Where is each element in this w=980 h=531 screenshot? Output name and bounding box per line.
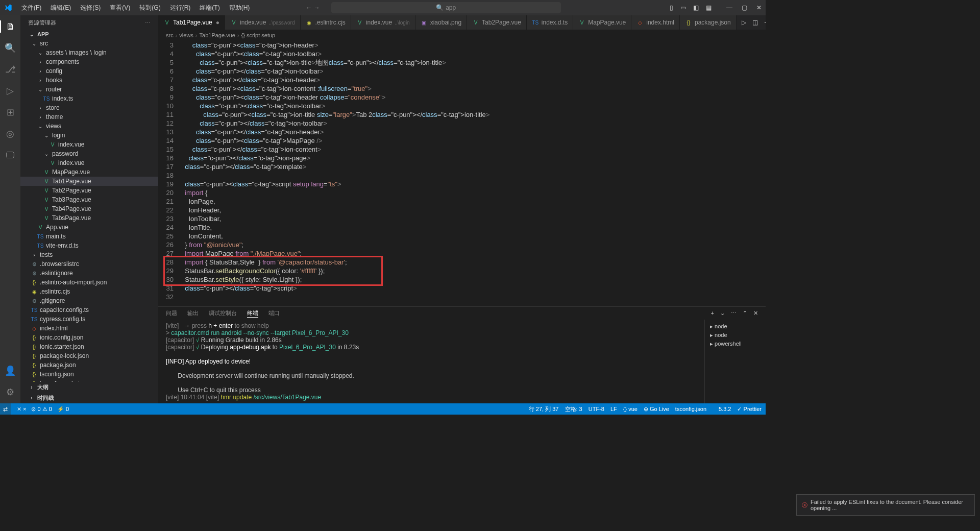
tree-item[interactable]: ›theme xyxy=(20,112,158,122)
panel-tab[interactable]: 问题 xyxy=(166,309,177,317)
tree-item[interactable]: TSmain.ts xyxy=(20,232,158,241)
close-button[interactable]: ✕ xyxy=(756,4,762,11)
timeline-section[interactable]: ›时间线 xyxy=(20,393,158,403)
split-button[interactable]: ◫ xyxy=(752,19,758,26)
tree-item[interactable]: ⌄views xyxy=(20,122,158,131)
tree-item[interactable]: {}package-lock.json xyxy=(20,351,158,360)
tree-item[interactable]: {}package.json xyxy=(20,360,158,370)
add-terminal-icon[interactable]: + xyxy=(711,310,714,317)
minimap[interactable] xyxy=(725,41,766,306)
run-button[interactable]: ▷ xyxy=(742,19,746,26)
editor-tab[interactable]: ◇index.html xyxy=(631,15,680,30)
tree-item[interactable]: ⚙.gitignore xyxy=(20,296,158,305)
editor-tab[interactable]: ▣xiaobai.png xyxy=(415,15,467,30)
project-title[interactable]: ⌄APP xyxy=(20,30,158,39)
tree-item[interactable]: {}.eslintrc-auto-import.json xyxy=(20,278,158,287)
status-item[interactable]: ⨯ × xyxy=(17,406,26,413)
tree-item[interactable]: {}ionic.starter.json xyxy=(20,342,158,351)
tree-item[interactable]: {}ionic.config.json xyxy=(20,333,158,342)
editor-tab[interactable]: ◉.eslintrc.cjs xyxy=(301,15,351,30)
editor-tab[interactable]: TSindex.d.ts xyxy=(527,15,573,30)
tree-item[interactable]: ⌄assets \ images \ login xyxy=(20,48,158,57)
tree-item[interactable]: ⚙.eslintignore xyxy=(20,269,158,278)
ionic-icon[interactable]: ◎ xyxy=(4,128,16,140)
minimize-button[interactable]: — xyxy=(726,4,732,11)
menu-item[interactable]: 编辑(E) xyxy=(46,2,75,14)
status-item[interactable]: UTF-8 xyxy=(589,406,604,412)
more-icon[interactable]: ⋯ xyxy=(145,19,151,26)
more-icon[interactable]: ⋯ xyxy=(731,310,737,317)
tree-item[interactable]: Vindex.vue xyxy=(20,140,158,149)
tree-item[interactable]: ›config xyxy=(20,66,158,76)
scm-icon[interactable]: ⎇ xyxy=(4,63,16,76)
editor-tab[interactable]: VTab1Page.vue● xyxy=(158,15,225,30)
terminal-instance[interactable]: ▸ node xyxy=(707,322,763,331)
editor-tab[interactable]: Vindex.vue..\password xyxy=(225,15,301,30)
panel-tab[interactable]: 终端 xyxy=(247,309,258,318)
nav-arrows[interactable]: ← → xyxy=(306,4,320,11)
editor-tab[interactable]: {}package.json xyxy=(680,15,737,30)
settings-icon[interactable]: ⚙ xyxy=(4,386,16,398)
breadcrumb[interactable]: src ›views ›Tab1Page.vue ›{} script setu… xyxy=(158,30,766,41)
explorer-icon[interactable]: 🗎 xyxy=(0,20,20,33)
tree-item[interactable]: TScypress.config.ts xyxy=(20,315,158,324)
menu-item[interactable]: 终端(T) xyxy=(195,2,224,14)
tree-item[interactable]: ›tests xyxy=(20,250,158,259)
remote-button[interactable]: ⇄ xyxy=(0,403,11,415)
tree-item[interactable]: Vindex.vue xyxy=(20,158,158,167)
tree-item[interactable]: ◉.eslintrc.cjs xyxy=(20,287,158,296)
editor-tab[interactable]: VMapPage.vue xyxy=(573,15,631,30)
tree-item[interactable]: ›store xyxy=(20,103,158,112)
menu-item[interactable]: 运行(R) xyxy=(166,2,195,14)
tree-item[interactable]: TSvite-env.d.ts xyxy=(20,241,158,250)
tree-item[interactable]: TScapacitor.config.ts xyxy=(20,305,158,315)
dropdown-icon[interactable]: ⌄ xyxy=(720,310,725,317)
run-icon[interactable]: ▷ xyxy=(4,85,16,97)
terminal-instance[interactable]: ▸ powershell xyxy=(707,340,763,348)
editor-tab[interactable]: Vindex.vue..\login xyxy=(351,15,415,30)
tree-item[interactable]: TSindex.ts xyxy=(20,94,158,103)
status-item[interactable]: ⊕ Go Live xyxy=(644,406,669,413)
remote-icon[interactable]: 🖵 xyxy=(4,149,16,161)
status-item[interactable]: {} vue xyxy=(623,406,638,412)
tree-item[interactable]: ⌄login xyxy=(20,131,158,140)
status-item[interactable]: 空格: 3 xyxy=(565,405,582,413)
status-item[interactable]: 行 27, 列 37 xyxy=(529,405,559,413)
sidebar-icon[interactable]: ◧ xyxy=(693,4,699,11)
status-item[interactable]: ✓ Prettier xyxy=(737,406,762,413)
tree-item[interactable]: VTab4Page.vue xyxy=(20,204,158,213)
panel-tab[interactable]: 调试控制台 xyxy=(209,309,237,317)
status-item[interactable]: 5.3.2 xyxy=(719,406,731,412)
editor-tab[interactable]: VTab2Page.vue xyxy=(467,15,527,30)
terminal-instance[interactable]: ▸ node xyxy=(707,331,763,340)
panel-icon[interactable]: ▭ xyxy=(680,4,686,11)
status-item[interactable]: tsconfig.json xyxy=(675,406,706,412)
panel-tab[interactable]: 输出 xyxy=(187,309,199,317)
command-center[interactable]: 🔍 app xyxy=(331,2,561,13)
menu-item[interactable]: 查看(V) xyxy=(106,2,134,14)
status-item[interactable]: LF xyxy=(610,406,617,412)
account-icon[interactable]: 👤 xyxy=(4,365,16,377)
menu-item[interactable]: 选择(S) xyxy=(76,2,105,14)
close-icon[interactable]: ✕ xyxy=(753,310,758,317)
status-item[interactable]: ⚡ 0 xyxy=(57,406,69,413)
more-button[interactable]: ⋯ xyxy=(764,19,766,26)
tree-item[interactable]: VTabsPage.vue xyxy=(20,213,158,223)
tree-item[interactable]: ›hooks xyxy=(20,76,158,85)
tree-item[interactable]: {}tsconfig.json xyxy=(20,370,158,379)
maximize-button[interactable]: ▢ xyxy=(742,4,747,11)
menu-item[interactable]: 帮助(H) xyxy=(225,2,254,14)
tree-item[interactable]: VTab3Page.vue xyxy=(20,195,158,204)
extensions-icon[interactable]: ⊞ xyxy=(4,106,16,118)
tree-item[interactable]: VMapPage.vue xyxy=(20,167,158,177)
layout-icon[interactable]: ▯ xyxy=(670,4,673,11)
outline-section[interactable]: ›大纲 xyxy=(20,382,158,393)
tree-item[interactable]: VTab2Page.vue xyxy=(20,186,158,195)
tree-item[interactable]: VApp.vue xyxy=(20,223,158,232)
menu-item[interactable]: 转到(G) xyxy=(135,2,164,14)
search-icon[interactable]: 🔍 xyxy=(4,42,16,54)
terminal-output[interactable]: [vite] → press h + enter to show help > … xyxy=(158,320,704,403)
tree-item[interactable]: VTab1Page.vue xyxy=(20,177,158,186)
tree-item[interactable]: ⚙.browserslistrc xyxy=(20,259,158,269)
tree-item[interactable]: ⌄password xyxy=(20,149,158,158)
